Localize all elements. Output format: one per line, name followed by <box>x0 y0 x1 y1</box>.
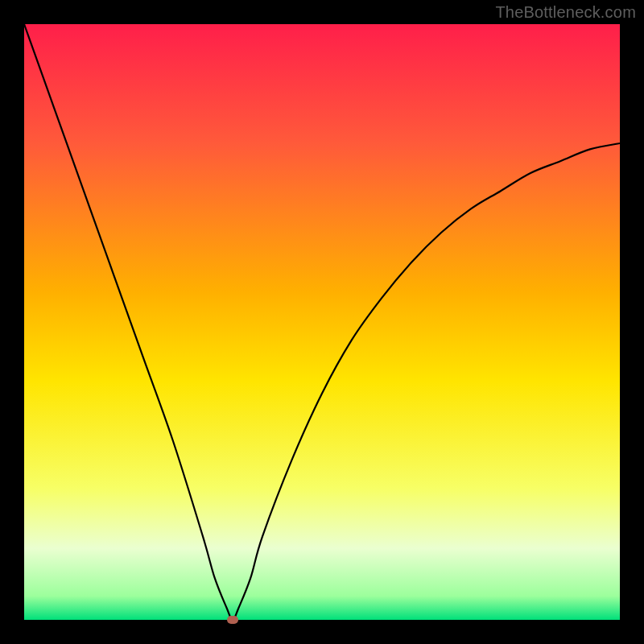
optimum-marker <box>227 616 238 624</box>
curve-layer <box>24 24 620 620</box>
watermark-text: TheBottleneck.com <box>495 3 636 22</box>
bottleneck-curve <box>24 24 620 620</box>
plot-area <box>24 24 620 620</box>
chart-frame: TheBottleneck.com <box>0 0 644 644</box>
